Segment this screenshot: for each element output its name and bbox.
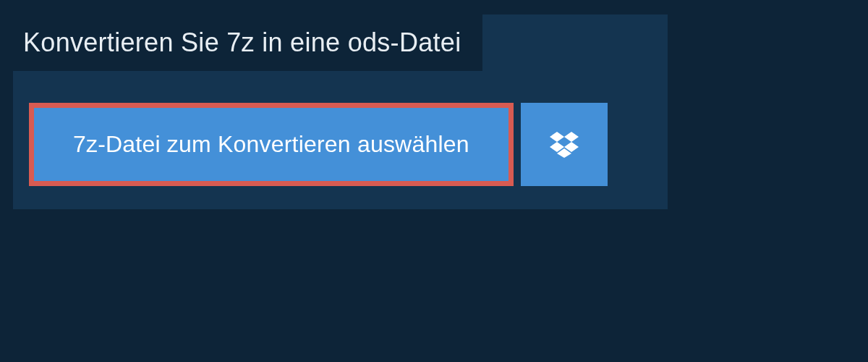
svg-marker-1	[564, 132, 579, 142]
svg-marker-0	[550, 132, 564, 142]
upload-row: 7z-Datei zum Konvertieren auswählen	[29, 103, 668, 186]
select-file-button[interactable]: 7z-Datei zum Konvertieren auswählen	[29, 103, 514, 186]
page-title: Konvertieren Sie 7z in eine ods-Datei	[23, 28, 461, 58]
select-file-label: 7z-Datei zum Konvertieren auswählen	[73, 131, 469, 158]
dropbox-button[interactable]	[521, 103, 608, 186]
header-bar: Konvertieren Sie 7z in eine ods-Datei	[13, 14, 482, 71]
converter-panel: Konvertieren Sie 7z in eine ods-Datei 7z…	[13, 14, 668, 209]
dropbox-icon	[550, 132, 579, 158]
